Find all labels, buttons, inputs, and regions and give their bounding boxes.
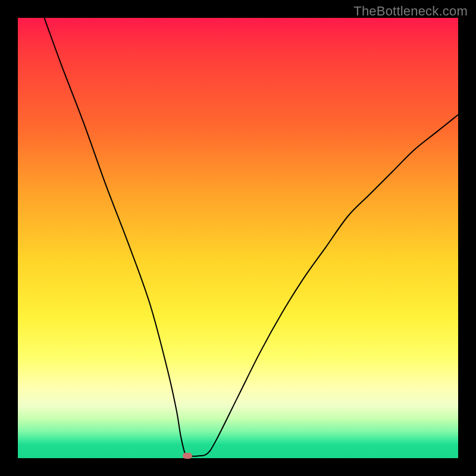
- bottleneck-curve: [18, 18, 458, 458]
- chart-plot-area: [18, 18, 458, 458]
- optimal-point-marker: [183, 453, 192, 459]
- chart-frame: TheBottleneck.com: [0, 0, 476, 476]
- watermark-text: TheBottleneck.com: [353, 4, 468, 19]
- curve-path: [44, 18, 458, 456]
